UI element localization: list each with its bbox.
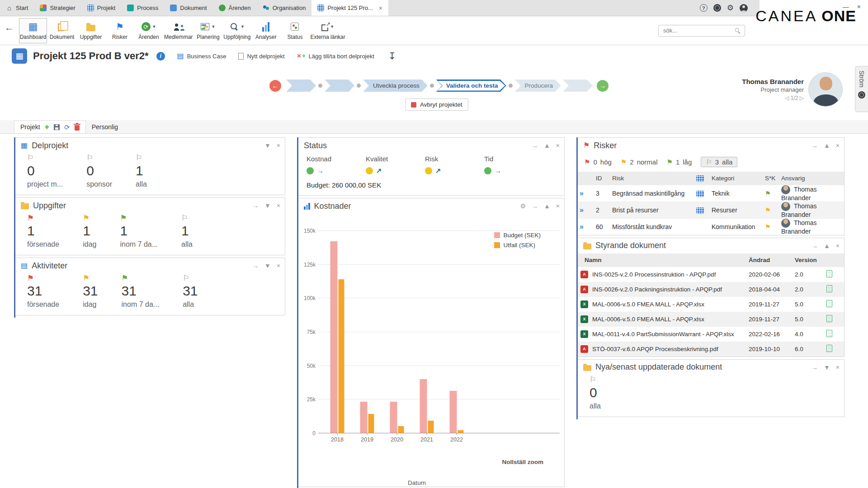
business-case-button[interactable]: ▤ Business Case	[177, 52, 226, 60]
phase-utveckla-process[interactable]: Utveckla process	[363, 80, 428, 92]
pager-left-icon[interactable]: ◁	[785, 95, 789, 101]
collapse-icon[interactable]: ▼	[264, 142, 271, 149]
workspace-tab-projekt[interactable]: Projekt + ⟳	[14, 120, 86, 133]
toolbar-risker[interactable]: ⚑ Risker	[106, 18, 134, 43]
phase-chevron[interactable]	[325, 80, 354, 92]
new-subproject-button[interactable]: Nytt delprojekt	[238, 53, 284, 60]
pager-right-icon[interactable]: ▷	[800, 95, 804, 101]
stat-alla[interactable]: ⚐ 1 alla	[181, 214, 193, 249]
globe-icon[interactable]	[713, 4, 721, 12]
close-icon[interactable]: ×	[277, 263, 280, 269]
document-row[interactable]: INS-0026-v.2.0 Packningsinstruktion - AP…	[578, 282, 844, 297]
open-icon[interactable]: →	[811, 142, 818, 149]
document-row[interactable]: MAL-0006-v.5.0 FMEA MALL - APQP.xlsx 201…	[578, 297, 844, 312]
close-icon[interactable]: ×	[836, 142, 840, 149]
add-widget-icon[interactable]: +	[45, 123, 50, 131]
tab-arenden[interactable]: Ärenden	[213, 0, 257, 16]
toolbar-status[interactable]: Status	[281, 18, 309, 43]
gear-icon[interactable]: ⚙	[727, 4, 734, 12]
chevron-down-icon[interactable]: ▼	[152, 24, 156, 29]
collapse-icon[interactable]: ▲	[824, 243, 830, 249]
document-row[interactable]: MAL-0006-v.5.0 FMEA MALL - APQP.xlsx 201…	[578, 312, 844, 327]
close-icon[interactable]: ×	[556, 142, 560, 149]
document-row[interactable]: STÖ-0037-v.6.0 APQP Processbeskrivning.p…	[578, 342, 844, 357]
toolbar-analyser[interactable]: Analyser	[252, 18, 280, 43]
toolbar-medlemmar[interactable]: Medlemmar	[164, 18, 193, 43]
cancel-project-button[interactable]: Avbryt projektet	[405, 99, 468, 111]
filter-hog[interactable]: ⚑ 0hög	[584, 158, 612, 166]
tab-process[interactable]: Process	[121, 0, 164, 16]
open-document-icon[interactable]	[826, 330, 832, 337]
stat-forsenade[interactable]: ⚑ 1 försenade	[27, 214, 59, 249]
chart-bar[interactable]	[398, 426, 404, 433]
stat-inom-7-dagar[interactable]: ⚑ 1 inom 7 da...	[120, 214, 158, 249]
risk-matrix-icon[interactable]	[696, 191, 704, 197]
tab-projekt-125[interactable]: Projekt 125 Pro... ×	[311, 0, 388, 16]
toolbar-arenden[interactable]: ⟳▼ Ärenden	[135, 18, 163, 43]
chart-bar[interactable]	[390, 402, 397, 433]
info-icon[interactable]: i	[156, 52, 165, 61]
risk-row[interactable]: » 2 Brist på resurser Resurser ⚑ Thomas …	[578, 202, 844, 218]
expand-chevron-icon[interactable]: »	[580, 206, 584, 214]
workspace-tab-personlig[interactable]: Personlig	[86, 120, 124, 133]
stat-forsenade[interactable]: ⚑ 31 försenade	[27, 274, 59, 309]
chevron-down-icon[interactable]: ▼	[211, 24, 215, 29]
stat-alla[interactable]: ⚐ 1 alla	[136, 154, 147, 188]
chart-bar[interactable]	[450, 391, 457, 433]
trash-icon[interactable]	[75, 125, 80, 131]
refresh-icon[interactable]: ⟳	[64, 124, 70, 131]
tab-projekt[interactable]: Projekt	[81, 0, 121, 16]
toolbar-dokument[interactable]: Dokument	[48, 18, 76, 43]
expand-chevron-icon[interactable]: »	[580, 189, 584, 197]
collapse-icon[interactable]: ▲	[544, 203, 550, 209]
add-remove-subproject-button[interactable]: ✕+ Lägg till/ta bort delprojekt	[297, 53, 374, 60]
stat-project-manager[interactable]: ⚐ 0 project m...	[27, 154, 63, 188]
open-icon[interactable]: →	[252, 202, 259, 209]
tab-strategier[interactable]: Strategier	[34, 0, 81, 16]
stat-sponsor[interactable]: ⚐ 0 sponsor	[86, 154, 112, 188]
close-window-icon[interactable]: ×	[857, 3, 861, 10]
stat-idag[interactable]: ⚑ 1 idag	[83, 214, 96, 249]
risk-matrix-icon[interactable]	[696, 207, 704, 214]
stat-inom-7-dagar[interactable]: ⚑ 31 inom 7 da...	[122, 274, 160, 309]
open-icon[interactable]: →	[811, 364, 818, 371]
open-document-icon[interactable]	[826, 270, 832, 277]
chart-bar[interactable]	[368, 414, 374, 433]
filter-lag[interactable]: ⚑ 1låg	[666, 158, 692, 166]
chart-bar[interactable]	[458, 430, 464, 433]
close-icon[interactable]: ×	[836, 243, 840, 249]
open-icon[interactable]: →	[252, 263, 259, 269]
close-icon[interactable]: ×	[556, 203, 560, 209]
download-icon[interactable]: ↧	[388, 51, 396, 61]
filter-normal[interactable]: ⚑ 2normal	[621, 158, 658, 166]
tab-start[interactable]: ⌂ Start	[0, 0, 34, 16]
collapse-icon[interactable]: ▼	[264, 263, 271, 269]
risk-row[interactable]: » 60 Missförstått kundkrav Kommunikation…	[578, 218, 844, 235]
toolbar-uppfoljning[interactable]: ▼ Uppföljning	[223, 18, 251, 43]
gear-icon[interactable]: ⚙	[520, 203, 526, 209]
close-icon[interactable]: ×	[277, 142, 280, 149]
document-row[interactable]: MAL-0011-v.4.0 PartSubmissionWarrant - A…	[578, 327, 844, 342]
search-icon[interactable]	[735, 28, 741, 34]
collapse-icon[interactable]: ▼	[264, 202, 271, 209]
reset-zoom-button[interactable]: Nollställ zoom	[502, 459, 543, 465]
chart-bar[interactable]	[420, 379, 427, 433]
chevron-down-icon[interactable]: ▼	[330, 24, 334, 29]
tab-dokument[interactable]: Dokument	[164, 0, 212, 16]
document-row[interactable]: INS-0025-v.2.0 Processinstruktion - APQP…	[578, 267, 844, 282]
chart-bar[interactable]	[330, 241, 338, 433]
filter-alla[interactable]: ⚐ 3alla	[701, 157, 737, 167]
toolbar-planering[interactable]: ▼ Planering	[194, 18, 222, 43]
toolbar-dashboard[interactable]: ▦ Dashboard	[19, 18, 47, 43]
toolbar-externa-lankar[interactable]: ▼ Externa länkar	[310, 18, 345, 43]
open-document-icon[interactable]	[826, 285, 832, 292]
open-document-icon[interactable]	[826, 300, 832, 307]
close-icon[interactable]: ×	[277, 202, 280, 209]
collapse-icon[interactable]: ▲	[544, 142, 550, 149]
open-icon[interactable]: →	[811, 243, 818, 249]
expand-chevron-icon[interactable]: »	[580, 223, 584, 230]
search-input[interactable]	[658, 25, 745, 37]
chart-bar[interactable]	[360, 402, 368, 433]
save-icon[interactable]	[54, 124, 60, 130]
strom-side-tab[interactable]: Ström	[855, 66, 868, 112]
